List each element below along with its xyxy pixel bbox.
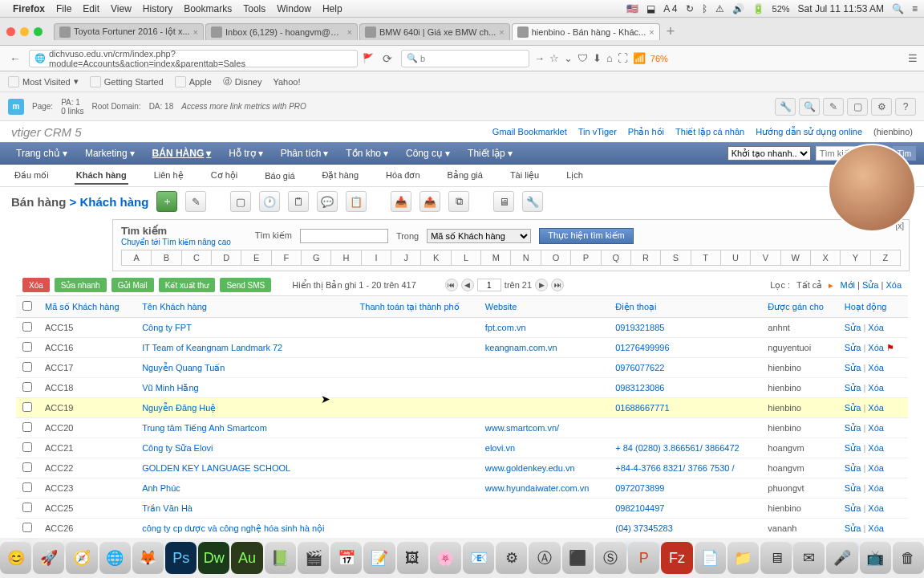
nav-support[interactable]: Hỗ trợ ▾: [221, 144, 270, 163]
link-feedback[interactable]: Phản hồi: [628, 127, 664, 137]
export-icon[interactable]: 📤: [419, 191, 440, 212]
battery-icon[interactable]: 🔋: [752, 3, 764, 14]
shield-icon[interactable]: 🛡: [578, 52, 588, 64]
alpha-J[interactable]: J: [391, 250, 421, 265]
account-name-link[interactable]: Vũ Minh Hằng: [142, 383, 199, 393]
row-edit-link[interactable]: Sửa: [845, 323, 861, 332]
last-page-button[interactable]: ⏭: [551, 279, 564, 291]
nav-tools[interactable]: Công cụ ▾: [398, 144, 458, 163]
new-tab-button[interactable]: +: [667, 23, 675, 40]
row-delete-link[interactable]: Xóa: [868, 423, 884, 433]
row-edit-link[interactable]: Sửa: [845, 343, 861, 352]
row-checkbox[interactable]: [22, 382, 32, 392]
subnav-accounts[interactable]: Khách hàng: [75, 167, 128, 185]
nav-settings[interactable]: Thiết lập ▾: [460, 144, 521, 163]
alpha-L[interactable]: L: [452, 250, 481, 265]
select-all-checkbox[interactable]: [22, 301, 32, 311]
link-personal-settings[interactable]: Thiết lập cá nhân: [675, 127, 744, 137]
subnav-contacts[interactable]: Liên hệ: [152, 167, 185, 184]
row-edit-link[interactable]: Sửa: [845, 483, 861, 493]
alpha-N[interactable]: N: [511, 250, 541, 265]
filezilla-icon[interactable]: Fz: [661, 542, 692, 574]
zoom-level[interactable]: 76%: [650, 54, 668, 63]
alpha-A[interactable]: A: [122, 250, 152, 265]
preview-icon[interactable]: 🖼: [397, 542, 428, 574]
row-edit-link[interactable]: Sửa: [845, 383, 861, 393]
col-header[interactable]: Mã số Khách hàng: [38, 296, 136, 318]
alpha-R[interactable]: R: [631, 250, 661, 265]
app-name[interactable]: Firefox: [13, 3, 45, 14]
menu-file[interactable]: File: [56, 3, 71, 14]
account-name-link[interactable]: GOLDEN KEY LANGUAGE SCHOOL: [142, 463, 290, 473]
row-edit-link[interactable]: Sửa: [845, 443, 861, 453]
alpha-U[interactable]: U: [721, 250, 751, 265]
star-icon[interactable]: ☆: [549, 52, 559, 64]
link-gmail-bookmarklet[interactable]: Gmail Bookmarklet: [492, 127, 567, 137]
send-mail-button[interactable]: Gửi Mail: [111, 278, 154, 292]
account-name-link[interactable]: Trung tâm Tiếng Anh Smartcom: [142, 423, 267, 433]
alpha-B[interactable]: B: [152, 250, 181, 265]
add-button[interactable]: ＋: [156, 191, 177, 212]
notifications-icon[interactable]: ≡: [912, 3, 918, 14]
chrome-icon[interactable]: 🌐: [99, 542, 131, 574]
nav-marketing[interactable]: Marketing ▾: [77, 144, 143, 163]
row-delete-link[interactable]: Xóa: [868, 503, 884, 513]
moz-highlight-icon[interactable]: ✎: [823, 98, 844, 116]
reload-button[interactable]: ⟳: [379, 50, 396, 67]
menu-help[interactable]: Help: [322, 3, 342, 14]
skype-icon[interactable]: Ⓢ: [595, 542, 626, 574]
subnav-leads[interactable]: Đầu mối: [13, 167, 51, 184]
menu-tools[interactable]: Tools: [243, 3, 265, 14]
row-checkbox[interactable]: [22, 402, 32, 412]
keynote-icon[interactable]: 🎤: [826, 542, 857, 574]
row-delete-link[interactable]: Xóa: [868, 343, 884, 352]
next-page-button[interactable]: ▶: [535, 279, 548, 291]
row-checkbox[interactable]: [22, 462, 32, 472]
row-delete-link[interactable]: Xóa: [868, 383, 884, 393]
outlook-icon[interactable]: ✉: [793, 542, 825, 574]
alpha-S[interactable]: S: [661, 250, 691, 265]
row-edit-link[interactable]: Sửa: [845, 363, 861, 372]
trash-icon[interactable]: 🗑: [893, 542, 924, 574]
alpha-G[interactable]: G: [302, 250, 331, 265]
col-header[interactable]: Hoạt động: [838, 296, 908, 318]
col-header[interactable]: Tên Khách hàng: [136, 296, 353, 318]
folder-icon[interactable]: 📁: [727, 542, 759, 574]
search-input[interactable]: [300, 229, 388, 243]
remote-icon[interactable]: 📺: [860, 542, 891, 574]
moz-help-icon[interactable]: ?: [895, 98, 916, 116]
import-icon[interactable]: 📥: [391, 191, 411, 212]
website-link[interactable]: keangnam.com.vn: [485, 343, 557, 352]
nav-inventory[interactable]: Tồn kho ▾: [338, 144, 396, 163]
link-online-guide[interactable]: Hướng dẫn sử dụng online: [756, 127, 862, 137]
prev-page-button[interactable]: ◀: [461, 279, 474, 291]
photos-icon[interactable]: 🌸: [430, 542, 461, 574]
spotlight-icon[interactable]: 🔍: [892, 3, 904, 14]
row-edit-link[interactable]: Sửa: [845, 463, 861, 473]
account-name-link[interactable]: Anh Phúc: [142, 483, 180, 493]
alpha-X[interactable]: X: [811, 250, 841, 265]
flag-icon[interactable]: 🚩: [363, 53, 374, 63]
filter-new-link[interactable]: Mới: [840, 280, 855, 290]
maximize-window-button[interactable]: [34, 27, 43, 36]
alpha-K[interactable]: K: [421, 250, 451, 265]
row-delete-link[interactable]: Xóa: [868, 523, 884, 533]
close-tab-icon[interactable]: ×: [499, 27, 504, 37]
audition-icon[interactable]: Au: [231, 542, 262, 574]
screen-icon[interactable]: 🖥: [493, 191, 514, 212]
account-name-link[interactable]: công ty cp dược và công nghệ hóa sinh hà…: [142, 523, 324, 533]
bookmark-getting-started[interactable]: Getting Started: [90, 76, 164, 88]
subnav-pricelists[interactable]: Bảng giá: [446, 167, 484, 184]
alpha-E[interactable]: E: [241, 250, 271, 265]
moz-more[interactable]: Access more link metrics with PRO: [181, 102, 306, 111]
mail-icon[interactable]: 📧: [463, 542, 494, 574]
dropbox-icon[interactable]: ⬓: [646, 3, 655, 14]
phone-link[interactable]: + 84 (0280) 3.866561/ 3866472: [615, 443, 739, 453]
filter-edit-link[interactable]: Sửa: [862, 280, 878, 290]
menu-window[interactable]: Window: [277, 3, 311, 14]
dreamweaver-icon[interactable]: Dw: [198, 542, 229, 574]
textedit-icon[interactable]: 📄: [695, 542, 726, 574]
do-search-button[interactable]: Thực hiện tìm kiếm: [539, 228, 634, 244]
notes-icon[interactable]: 📝: [363, 542, 395, 574]
link-tin-vtiger[interactable]: Tin vTiger: [578, 127, 617, 137]
